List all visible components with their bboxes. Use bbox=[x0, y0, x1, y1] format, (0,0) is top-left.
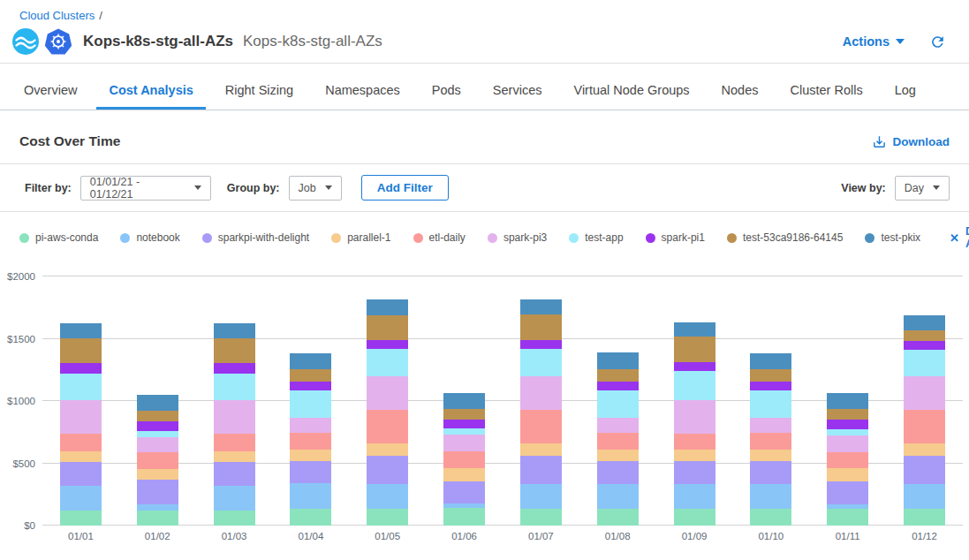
bar-01/06[interactable] bbox=[443, 393, 485, 526]
bar-segment-sparkpi-with-delight[interactable] bbox=[290, 461, 331, 484]
bar-segment-pi-aws-conda[interactable] bbox=[520, 509, 562, 526]
bar-01/03[interactable] bbox=[214, 323, 255, 526]
bar-segment-sparkpi-with-delight[interactable] bbox=[443, 481, 485, 503]
legend-item-test-pkix[interactable]: test-pkix bbox=[865, 231, 920, 244]
actions-button[interactable]: Actions bbox=[843, 34, 905, 49]
bar-segment-parallel-1[interactable] bbox=[60, 451, 102, 463]
tab-services[interactable]: Services bbox=[491, 83, 544, 110]
bar-segment-notebook[interactable] bbox=[520, 484, 562, 509]
bar-segment-etl-daily[interactable] bbox=[60, 434, 102, 450]
bar-segment-spark-pi1[interactable] bbox=[367, 340, 408, 349]
bar-01/02[interactable] bbox=[137, 395, 178, 526]
bar-segment-pi-aws-conda[interactable] bbox=[214, 511, 255, 526]
bar-segment-test-pkix[interactable] bbox=[60, 323, 102, 339]
group-by-select[interactable]: Job bbox=[289, 176, 342, 201]
bar-segment-test-app[interactable] bbox=[674, 371, 715, 399]
bar-segment-sparkpi-with-delight[interactable] bbox=[904, 456, 945, 484]
view-by-select[interactable]: Day bbox=[895, 176, 950, 201]
bar-segment-sparkpi-with-delight[interactable] bbox=[827, 481, 868, 504]
bar-segment-etl-daily[interactable] bbox=[750, 433, 791, 450]
bar-segment-pi-aws-conda[interactable] bbox=[597, 509, 639, 526]
tab-cluster-rolls[interactable]: Cluster Rolls bbox=[789, 83, 865, 110]
bar-segment-pi-aws-conda[interactable] bbox=[137, 511, 178, 526]
bar-segment-parallel-1[interactable] bbox=[750, 450, 791, 461]
legend-item-notebook[interactable]: notebook bbox=[120, 231, 179, 244]
bar-segment-test-pkix[interactable] bbox=[137, 395, 178, 410]
bar-segment-spark-pi1[interactable] bbox=[290, 382, 331, 390]
bar-segment-etl-daily[interactable] bbox=[290, 433, 331, 450]
bar-01/09[interactable] bbox=[674, 322, 715, 526]
bar-segment-test-pkix[interactable] bbox=[597, 352, 639, 369]
bar-segment-test-pkix[interactable] bbox=[367, 299, 408, 315]
bar-01/01[interactable] bbox=[60, 323, 102, 526]
legend-item-test-app[interactable]: test-app bbox=[569, 231, 623, 244]
bar-segment-test-53ca9186-64145[interactable] bbox=[750, 369, 791, 382]
bar-segment-sparkpi-with-delight[interactable] bbox=[520, 456, 562, 484]
bar-segment-test-app[interactable] bbox=[520, 349, 562, 376]
breadcrumb-link-cloud-clusters[interactable]: Cloud Clusters bbox=[19, 9, 95, 22]
bar-segment-test-pkix[interactable] bbox=[674, 322, 715, 337]
refresh-button[interactable] bbox=[929, 34, 946, 50]
tab-overview[interactable]: Overview bbox=[22, 83, 79, 110]
bar-segment-spark-pi1[interactable] bbox=[750, 382, 791, 390]
bar-segment-notebook[interactable] bbox=[750, 484, 791, 509]
bar-segment-spark-pi1[interactable] bbox=[904, 341, 945, 349]
bar-segment-sparkpi-with-delight[interactable] bbox=[137, 480, 178, 503]
date-range-select[interactable]: 01/01/21 - 01/12/21 bbox=[80, 176, 211, 201]
bar-segment-test-53ca9186-64145[interactable] bbox=[520, 314, 562, 340]
bar-segment-pi-aws-conda[interactable] bbox=[904, 509, 945, 526]
bar-segment-pi-aws-conda[interactable] bbox=[827, 509, 868, 526]
bar-segment-etl-daily[interactable] bbox=[520, 410, 562, 443]
download-button[interactable]: Download bbox=[872, 134, 950, 149]
add-filter-button[interactable]: Add Filter bbox=[361, 175, 449, 201]
bar-segment-test-pkix[interactable] bbox=[520, 299, 562, 314]
bar-segment-etl-daily[interactable] bbox=[597, 433, 639, 449]
bar-segment-parallel-1[interactable] bbox=[827, 468, 868, 481]
bar-segment-test-app[interactable] bbox=[367, 349, 408, 376]
bar-segment-etl-daily[interactable] bbox=[137, 452, 178, 469]
bar-segment-parallel-1[interactable] bbox=[367, 443, 408, 456]
bar-segment-pi-aws-conda[interactable] bbox=[60, 511, 102, 526]
bar-segment-test-app[interactable] bbox=[60, 374, 102, 400]
bar-segment-sparkpi-with-delight[interactable] bbox=[597, 461, 639, 484]
bar-01/11[interactable] bbox=[827, 393, 868, 526]
bar-segment-parallel-1[interactable] bbox=[290, 450, 331, 461]
bar-segment-notebook[interactable] bbox=[137, 504, 178, 511]
bar-segment-notebook[interactable] bbox=[290, 483, 331, 509]
tab-pods[interactable]: Pods bbox=[430, 83, 463, 110]
bar-01/04[interactable] bbox=[290, 353, 331, 526]
bar-segment-parallel-1[interactable] bbox=[597, 450, 639, 461]
deselect-all-button[interactable]: ✕Deselect All bbox=[950, 225, 969, 250]
bar-segment-test-app[interactable] bbox=[290, 390, 331, 418]
bar-01/05[interactable] bbox=[367, 299, 408, 526]
bar-segment-etl-daily[interactable] bbox=[214, 434, 255, 450]
bar-segment-spark-pi3[interactable] bbox=[60, 400, 102, 434]
bar-segment-spark-pi3[interactable] bbox=[827, 435, 868, 452]
bar-segment-parallel-1[interactable] bbox=[214, 451, 255, 463]
bar-segment-spark-pi3[interactable] bbox=[904, 376, 945, 410]
bar-segment-spark-pi3[interactable] bbox=[750, 418, 791, 434]
bar-segment-sparkpi-with-delight[interactable] bbox=[674, 461, 715, 484]
legend-item-parallel-1[interactable]: parallel-1 bbox=[331, 231, 390, 244]
bar-01/10[interactable] bbox=[750, 353, 791, 526]
tab-log[interactable]: Log bbox=[893, 83, 918, 110]
bar-segment-test-53ca9186-64145[interactable] bbox=[290, 369, 331, 382]
bar-segment-sparkpi-with-delight[interactable] bbox=[367, 456, 408, 485]
bar-segment-etl-daily[interactable] bbox=[674, 434, 715, 450]
bar-segment-pi-aws-conda[interactable] bbox=[290, 509, 331, 526]
bar-segment-pi-aws-conda[interactable] bbox=[674, 509, 715, 526]
bar-segment-etl-daily[interactable] bbox=[367, 410, 408, 443]
bar-segment-pi-aws-conda[interactable] bbox=[367, 509, 408, 526]
bar-segment-spark-pi1[interactable] bbox=[827, 420, 868, 429]
bar-segment-test-pkix[interactable] bbox=[290, 353, 331, 369]
bar-segment-notebook[interactable] bbox=[597, 484, 639, 509]
legend-item-sparkpi-with-delight[interactable]: sparkpi-with-delight bbox=[202, 231, 309, 244]
legend-item-pi-aws-conda[interactable]: pi-aws-conda bbox=[19, 231, 98, 244]
bar-segment-test-app[interactable] bbox=[443, 428, 485, 435]
bar-segment-parallel-1[interactable] bbox=[674, 450, 715, 461]
tab-virtual-node-groups[interactable]: Virtual Node Groups bbox=[572, 83, 691, 110]
tab-namespaces[interactable]: Namespaces bbox=[323, 83, 402, 110]
bar-segment-etl-daily[interactable] bbox=[827, 452, 868, 468]
bar-segment-notebook[interactable] bbox=[60, 486, 102, 511]
bar-segment-test-pkix[interactable] bbox=[214, 323, 255, 339]
